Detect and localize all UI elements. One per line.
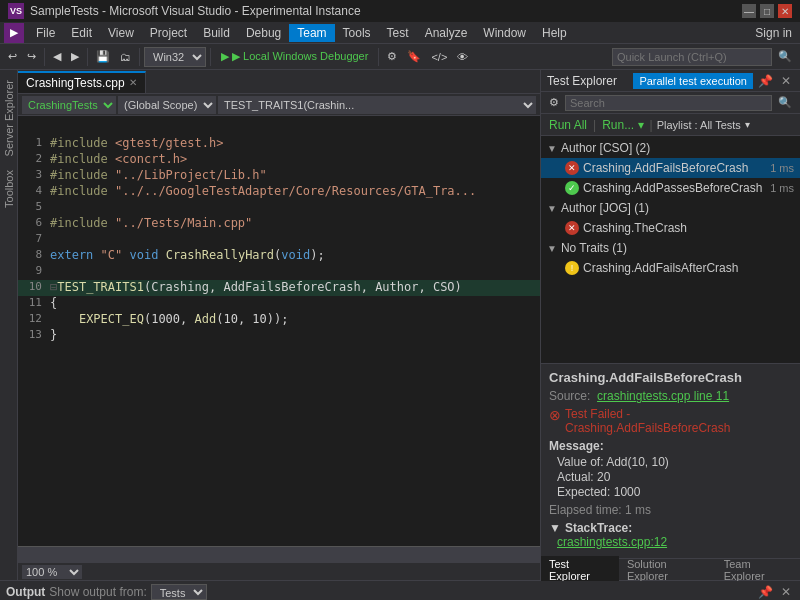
window-title: SampleTests - Microsoft Visual Studio - … xyxy=(30,4,361,18)
member-dropdown[interactable]: TEST_TRAITS1(Crashin... xyxy=(218,96,536,114)
run-label: ▶ Local Windows Debugger xyxy=(232,50,368,63)
redo-button[interactable]: ↪ xyxy=(23,47,40,67)
menu-debug[interactable]: Debug xyxy=(238,24,289,42)
notraits-arrow-icon: ▼ xyxy=(547,243,557,254)
fail-icon-thecrash: ✕ xyxy=(565,221,579,235)
playlist-dropdown-icon[interactable]: ▾ xyxy=(745,119,750,130)
menu-file[interactable]: File xyxy=(28,24,63,42)
sidebar-item-server-explorer[interactable]: Server Explorer xyxy=(1,74,17,162)
quick-launch-input[interactable] xyxy=(612,48,772,66)
class-dropdown[interactable]: CrashingTests xyxy=(22,96,116,114)
menu-build[interactable]: Build xyxy=(195,24,238,42)
editor-scrollbar[interactable] xyxy=(18,546,540,562)
tab-solution-explorer[interactable]: Solution Explorer xyxy=(619,556,716,584)
output-pin-button[interactable]: 📌 xyxy=(755,584,776,600)
main-area: Server Explorer Toolbox CrashingTests.cp… xyxy=(0,70,800,580)
tab-test-explorer[interactable]: Test Explorer xyxy=(541,556,619,584)
toolbar-separator-5 xyxy=(378,48,379,66)
sidebar-item-toolbox[interactable]: Toolbox xyxy=(1,164,17,214)
output-close-button[interactable]: ✕ xyxy=(778,584,794,600)
test-explorer-title: Test Explorer xyxy=(547,74,617,88)
te-close-button[interactable]: ✕ xyxy=(778,73,794,89)
code-line[interactable]: 12 EXPECT_EQ(1000, Add(10, 10)); xyxy=(18,312,540,328)
code-line[interactable]: 2 #include <concrt.h> xyxy=(18,152,540,168)
save-all-button[interactable]: 🗂 xyxy=(116,47,135,67)
test-name-addafter: Crashing.AddFailsAfterCrash xyxy=(583,261,738,275)
test-name-addfails: Crashing.AddFailsBeforeCrash xyxy=(583,161,748,175)
te-pin-button[interactable]: 📌 xyxy=(755,73,776,89)
test-item-thecrash[interactable]: ✕ Crashing.TheCrash xyxy=(541,218,800,238)
zoom-select[interactable]: 100 % xyxy=(22,565,82,579)
code-line[interactable]: 13 } xyxy=(18,328,540,344)
menu-team[interactable]: Team xyxy=(289,24,334,42)
test-explorer-header: Test Explorer Parallel test execution 📌 … xyxy=(541,70,800,92)
detail-valueof: Value of: Add(10, 10) xyxy=(549,455,792,469)
editor-tabs: CrashingTests.cpp ✕ xyxy=(18,70,540,94)
menu-help[interactable]: Help xyxy=(534,24,575,42)
te-search-input[interactable] xyxy=(565,95,772,111)
scope-dropdown[interactable]: (Global Scope) xyxy=(118,96,216,114)
code-line: 7 xyxy=(18,232,540,248)
tree-group-notraits-header[interactable]: ▼ No Traits (1) xyxy=(541,238,800,258)
output-source-label: Show output from: xyxy=(49,585,146,599)
detail-stacktrace-label[interactable]: ▼ StackTrace: xyxy=(549,521,792,535)
undo-button[interactable]: ↩ xyxy=(4,47,21,67)
nav-forward-button[interactable]: ▶ xyxy=(67,47,83,67)
tree-group-cso-header[interactable]: ▼ Author [CSO] (2) xyxy=(541,138,800,158)
window-controls: — □ ✕ xyxy=(742,4,792,18)
test-item-addafter[interactable]: ! Crashing.AddFailsAfterCrash xyxy=(541,258,800,278)
code-line[interactable]: 1 #include <gtest/gtest.h> xyxy=(18,136,540,152)
menu-window[interactable]: Window xyxy=(475,24,534,42)
code-line[interactable]: 4 #include "../../GoogleTestAdapter/Core… xyxy=(18,184,540,200)
sign-in[interactable]: Sign in xyxy=(747,24,800,42)
te-filter-button[interactable]: ⚙ xyxy=(545,93,563,113)
code-line[interactable]: 8 extern "C" void CrashReallyHard(void); xyxy=(18,248,540,264)
te-panel-tabs: Test Explorer Solution Explorer Team Exp… xyxy=(541,558,800,580)
test-item-addfails[interactable]: ✕ Crashing.AddFailsBeforeCrash 1 ms xyxy=(541,158,800,178)
tree-group-notraits: ▼ No Traits (1) ! Crashing.AddFailsAfter… xyxy=(541,238,800,278)
code-line[interactable]: 6 #include "../Tests/Main.cpp" xyxy=(18,216,540,232)
configuration-dropdown[interactable]: Win32 xyxy=(144,47,206,67)
code-line[interactable]: 11 { xyxy=(18,296,540,312)
menu-project[interactable]: Project xyxy=(142,24,195,42)
tree-group-jog-header[interactable]: ▼ Author [JOG] (1) xyxy=(541,198,800,218)
editor-tab-close-icon[interactable]: ✕ xyxy=(129,77,137,88)
minimize-button[interactable]: — xyxy=(742,4,756,18)
close-button[interactable]: ✕ xyxy=(778,4,792,18)
menu-view[interactable]: View xyxy=(100,24,142,42)
toolbar-extra-3[interactable]: </> xyxy=(427,47,451,67)
run-all-button[interactable]: Run All xyxy=(547,118,589,132)
vs-logo: VS xyxy=(8,3,24,19)
toolbar-separator-1 xyxy=(44,48,45,66)
tab-team-explorer[interactable]: Team Explorer xyxy=(716,556,800,584)
code-line[interactable]: 3 #include "../LibProject/Lib.h" xyxy=(18,168,540,184)
run-dropdown-button[interactable]: Run... ▾ xyxy=(600,118,645,132)
maximize-button[interactable]: □ xyxy=(760,4,774,18)
output-title: Output xyxy=(6,585,45,599)
detail-test-title: Crashing.AddFailsBeforeCrash xyxy=(549,370,792,385)
vs-logo-icon: ▶ xyxy=(4,23,24,43)
menu-tools[interactable]: Tools xyxy=(335,24,379,42)
detail-expected: Expected: 1000 xyxy=(549,485,792,499)
te-search-button[interactable]: 🔍 xyxy=(774,93,796,113)
test-item-addpasses[interactable]: ✓ Crashing.AddPassesBeforeCrash 1 ms xyxy=(541,178,800,198)
stacktrace-label-text: StackTrace: xyxy=(565,521,632,535)
menu-analyze[interactable]: Analyze xyxy=(417,24,476,42)
save-button[interactable]: 💾 xyxy=(92,47,114,67)
menu-edit[interactable]: Edit xyxy=(63,24,100,42)
playlist-label: Playlist : All Tests xyxy=(657,119,741,131)
detail-stack-link[interactable]: crashingtests.cpp:12 xyxy=(549,535,792,549)
nav-back-button[interactable]: ◀ xyxy=(49,47,65,67)
menu-test[interactable]: Test xyxy=(379,24,417,42)
toolbar-extra-4[interactable]: 👁 xyxy=(453,47,472,67)
toolbar-extra-2[interactable]: 🔖 xyxy=(403,47,425,67)
editor-tab-crashingtests[interactable]: CrashingTests.cpp ✕ xyxy=(18,71,146,93)
parallel-test-button[interactable]: Parallel test execution xyxy=(633,73,753,89)
toolbar-extra-1[interactable]: ⚙ xyxy=(383,47,401,67)
code-line[interactable]: 10 ⊟TEST_TRAITS1(Crashing, AddFailsBefor… xyxy=(18,280,540,296)
detail-source-link[interactable]: crashingtests.cpp line 11 xyxy=(597,389,729,403)
output-source-select[interactable]: Tests xyxy=(151,584,207,600)
run-button[interactable]: ▶ ▶ Local Windows Debugger xyxy=(215,47,374,67)
jog-group-label: Author [JOG] (1) xyxy=(561,201,649,215)
quick-launch-search-icon[interactable]: 🔍 xyxy=(774,47,796,67)
